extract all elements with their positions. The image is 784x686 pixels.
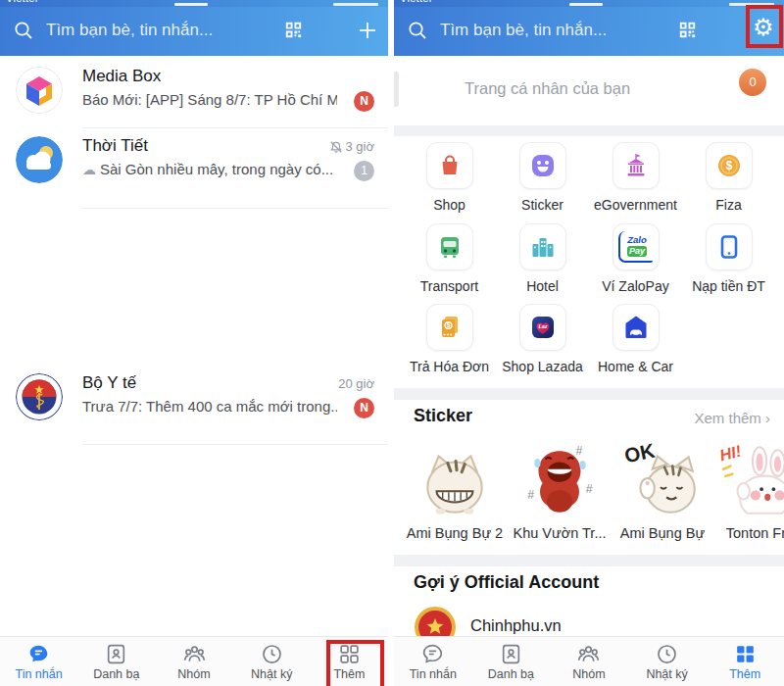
chat-timestamp: 20 giờ: [338, 376, 374, 391]
app-shortcut-nap-tien[interactable]: Nạp tiền ĐT: [682, 223, 775, 294]
chat-row-media-box[interactable]: Media Box Báo Mới: [APP] Sáng 8/7: TP Hồ…: [0, 61, 388, 127]
clock-icon: [655, 642, 679, 666]
status-bar: Viettel: [394, 0, 784, 7]
highlight-box-more-tab: [326, 640, 384, 686]
app-shortcut-fiza[interactable]: $ Fiza: [682, 142, 775, 213]
highlight-box-settings: [746, 5, 783, 48]
government-building-icon: [612, 142, 660, 189]
zalopay-wallet-icon: ZaloPay: [612, 223, 660, 270]
chat-bubble-icon: [26, 642, 51, 666]
sticker-pack[interactable]: ### Khu Vườn Tr...: [509, 441, 611, 541]
divider: [82, 444, 388, 445]
oa-name: Chinhphu.vn: [470, 616, 562, 635]
right-header: Tìm bạn bè, tin nhắn... ⚙: [394, 0, 784, 56]
unread-badge: N: [354, 398, 374, 418]
svg-text:#: #: [586, 482, 593, 496]
laughing-red-sticker: ###: [519, 441, 600, 521]
clock-text: [174, 3, 208, 6]
section-divider: [394, 555, 784, 566]
carrier-label: Viettel: [400, 0, 431, 4]
add-icon[interactable]: [356, 19, 379, 42]
chevron-right-icon: ›: [765, 410, 770, 426]
chat-row-thoi-tiet[interactable]: Thời Tiết 3 giờ ☁Sài Gòn nhiều mây, tron…: [0, 130, 388, 197]
app-shortcut-sticker[interactable]: Sticker: [496, 142, 589, 213]
search-input[interactable]: Tìm bạn bè, tin nhắn...: [46, 21, 213, 40]
svg-text:#: #: [527, 488, 534, 502]
contact-card-icon: [499, 642, 523, 666]
messages-screen: Tìm bạn bè, tin nhắn... Viettel Media Bo…: [0, 0, 388, 686]
unread-count-badge: 1: [354, 161, 374, 181]
tab-timeline[interactable]: Nhật ký: [233, 637, 311, 686]
svg-text:$: $: [446, 321, 450, 329]
zalo-two-screens: Tìm bạn bè, tin nhắn... Viettel Media Bo…: [0, 0, 784, 686]
svg-text:HI!: HI!: [717, 442, 743, 465]
bill-payment-icon: $: [426, 304, 473, 351]
notification-badge: 0: [739, 69, 766, 96]
tab-contacts[interactable]: Danh bạ: [77, 637, 155, 686]
group-icon: [576, 642, 601, 666]
tab-groups[interactable]: Nhóm: [550, 637, 628, 686]
chat-timestamp: 3 giờ: [329, 139, 375, 154]
app-shortcut-home-car[interactable]: Home & Car: [589, 304, 682, 374]
contact-card-icon: [104, 642, 128, 666]
home-car-icon: [612, 304, 660, 351]
search-icon[interactable]: [406, 19, 429, 42]
app-shortcut-lazada[interactable]: Laz Shop Lazada: [496, 304, 589, 374]
lazada-icon: Laz: [519, 304, 566, 351]
divider: [82, 127, 388, 128]
sticker-icon: [519, 142, 566, 189]
svg-text:$: $: [725, 159, 732, 172]
divider: [82, 208, 388, 209]
section-divider: [394, 388, 784, 400]
app-shortcut-tra-hoa-don[interactable]: $ Trả Hóa Đơn: [403, 304, 496, 374]
chat-snippet: ☁Sài Gòn nhiều mây, trong ngày có...: [82, 161, 337, 177]
app-shortcut-transport[interactable]: Transport: [403, 223, 496, 294]
sticker-pack[interactable]: HI! Tonton Fri: [707, 441, 784, 541]
sticker-pack[interactable]: OK Ami Bụng Bự: [612, 441, 713, 541]
chat-title: Thời Tiết: [82, 136, 148, 156]
media-box-avatar: [16, 67, 63, 114]
left-header: Tìm bạn bè, tin nhắn...: [0, 0, 388, 56]
clock-icon: [260, 642, 284, 666]
tab-messages[interactable]: Tin nhắn: [394, 637, 472, 686]
app-shortcut-hotel[interactable]: Hotel: [496, 223, 589, 294]
unread-badge: N: [354, 91, 374, 112]
svg-text:OK: OK: [622, 441, 657, 466]
status-bar: Viettel: [0, 0, 388, 7]
tab-contacts[interactable]: Danh bạ: [472, 637, 551, 686]
hotel-building-icon: [519, 223, 566, 270]
qr-scan-icon[interactable]: [282, 19, 305, 41]
chat-snippet: Báo Mới: [APP] Sáng 8/7: TP Hồ Chí Mi...: [82, 91, 337, 108]
tab-groups[interactable]: Nhóm: [155, 637, 232, 686]
profile-label: Trang cá nhân của bạn: [465, 79, 630, 98]
section-divider: [394, 125, 784, 136]
hi-bunny-sticker: HI!: [717, 441, 784, 521]
app-grid-row: $ Trả Hóa Đơn Laz Shop Lazada Home & Car: [403, 304, 682, 374]
svg-text:Laz: Laz: [538, 323, 547, 329]
avatar: [394, 72, 399, 107]
tab-timeline[interactable]: Nhật ký: [628, 637, 707, 686]
tab-messages[interactable]: Tin nhắn: [0, 637, 77, 686]
see-more-link[interactable]: Xem thêm ›: [694, 410, 770, 426]
qr-scan-icon[interactable]: [676, 19, 699, 41]
oa-section-title: Gợi ý Official Account: [414, 572, 599, 593]
coin-icon: $: [706, 142, 753, 189]
app-shortcut-shop[interactable]: Shop: [403, 142, 496, 213]
rain-cloud-icon: ☁: [82, 162, 96, 177]
search-icon[interactable]: [12, 19, 35, 42]
grid-icon: [733, 642, 758, 666]
profile-row[interactable]: Trang cá nhân của bạn 0: [394, 56, 784, 125]
clock-text: [569, 3, 603, 6]
carrier-label: Viettel: [6, 0, 37, 4]
search-input[interactable]: Tìm bạn bè, tin nhắn...: [440, 21, 607, 40]
weather-avatar: [16, 136, 63, 183]
chat-title: Bộ Y tế: [82, 373, 136, 393]
app-shortcut-egovernment[interactable]: eGovernment: [589, 142, 682, 213]
more-screen: Tìm bạn bè, tin nhắn... ⚙ Viettel Trang …: [394, 0, 784, 686]
chat-row-bo-y-te[interactable]: Bộ Y tế 20 giờ Trưa 7/7: Thêm 400 ca mắc…: [0, 368, 388, 434]
app-shortcut-zalopay[interactable]: ZaloPay Ví ZaloPay: [589, 223, 682, 294]
chat-snippet: Trưa 7/7: Thêm 400 ca mắc mới trong...: [82, 398, 337, 415]
tab-more[interactable]: Thêm: [706, 637, 784, 686]
app-grid-row: Transport Hotel ZaloPay Ví ZaloPay Nạp t…: [403, 223, 775, 294]
sticker-pack[interactable]: Ami Bụng Bự 2: [404, 441, 506, 541]
